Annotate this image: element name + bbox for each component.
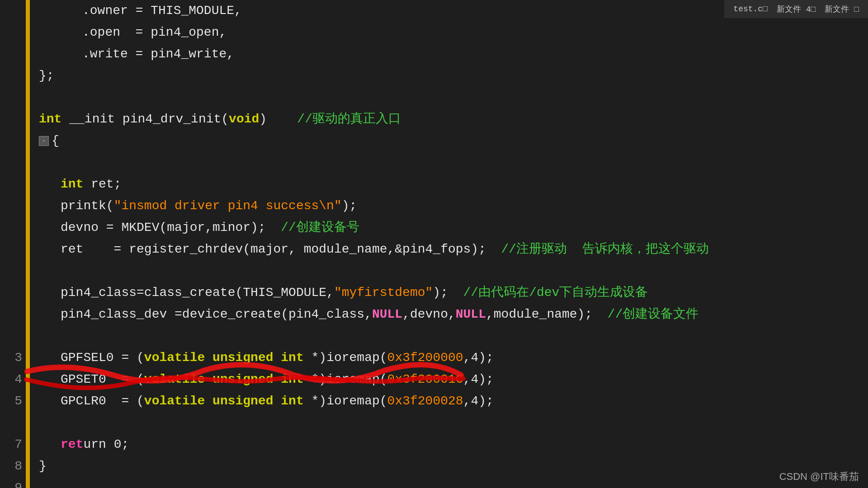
- code-line: GPCLR0 = ( volatile unsigned int *)iorem…: [39, 390, 868, 412]
- code-line: [39, 152, 868, 174]
- code-line: printk( "insmod driver pin4 success\n" )…: [39, 195, 868, 217]
- return-line: ret urn 0;: [39, 434, 868, 455]
- code-line: GPSET0 = ( volatile unsigned int *)iorem…: [39, 369, 868, 390]
- top-bar: test.c□ 新文件 4□ 新文件 □: [724, 0, 868, 18]
- tab-newfile[interactable]: 新文件 □: [825, 4, 859, 14]
- code-line: .write = pin4_write,: [39, 43, 868, 65]
- code-line: }: [39, 455, 868, 477]
- code-line: [39, 477, 868, 488]
- code-content: .owner = THIS_MODULE, .open = pin4_open,…: [30, 0, 868, 488]
- fn-init-decl: int __init pin4_drv_init( void ) //驱动的真正…: [39, 108, 868, 130]
- code-line: int ret;: [39, 174, 868, 195]
- code-line: .open = pin4_open,: [39, 22, 868, 43]
- code-line: [39, 412, 868, 434]
- code-line: [39, 87, 868, 108]
- code-line: GPFSEL0 = ( volatile unsigned int *)iore…: [39, 347, 868, 369]
- code-editor: test.c□ 新文件 4□ 新文件 □ 3 4 5 7 8 9 0 1: [0, 0, 868, 488]
- code-line: ret = register_chrdev(major, module_name…: [39, 239, 868, 260]
- code-line: [39, 325, 868, 347]
- code-line: pin4_class=class_create(THIS_MODULE, "my…: [39, 282, 868, 304]
- line-numbers: 3 4 5 7 8 9 0 1: [0, 0, 27, 488]
- code-line: };: [39, 65, 868, 87]
- tab-testc[interactable]: test.c□: [733, 5, 768, 14]
- code-line: - {: [39, 130, 868, 152]
- watermark: CSDN @IT味番茄: [779, 470, 859, 483]
- tab-newfile4[interactable]: 新文件 4□: [777, 4, 816, 14]
- collapse-btn[interactable]: -: [39, 136, 49, 146]
- code-line: devno = MKDEV(major,minor); //创建设备号: [39, 217, 868, 239]
- code-line: pin4_class_dev =device_create(pin4_class…: [39, 304, 868, 325]
- code-line: [39, 260, 868, 282]
